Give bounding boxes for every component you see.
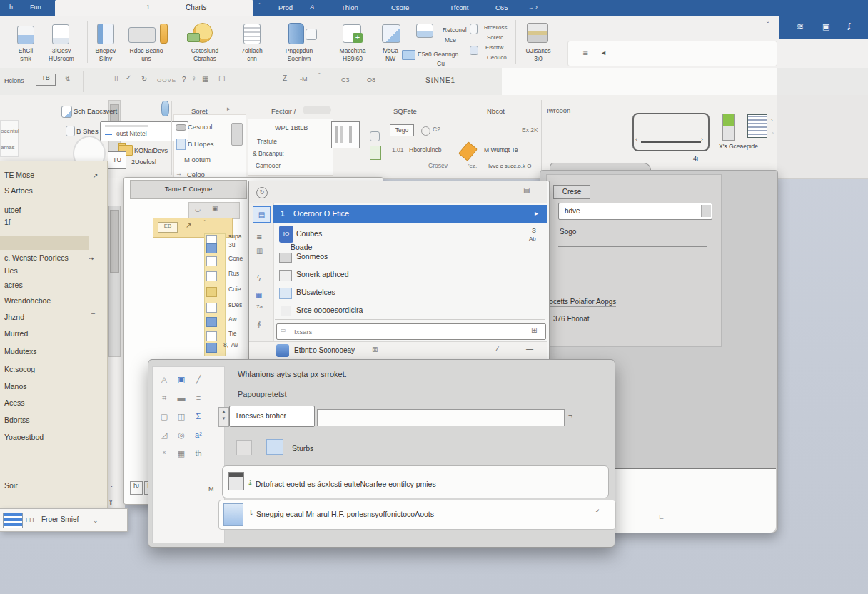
- g3-item[interactable]: Tristute: [257, 138, 277, 145]
- dialog-input-wide[interactable]: [317, 409, 565, 426]
- menu-grid-icon[interactable]: ▤: [523, 186, 530, 194]
- active-document-tab[interactable]: 1 Charts: [55, 0, 253, 16]
- dialog-input-box[interactable]: [229, 406, 315, 427]
- dash-icon[interactable]: —: [526, 345, 533, 353]
- ribbon-group[interactable]: Bnepev Silnv: [89, 21, 123, 66]
- side-icon[interactable]: ϟ: [257, 274, 261, 282]
- ribbon-stack-group[interactable]: Retconel Mce E5a0 Geanngn Cu: [397, 21, 468, 66]
- share-icon[interactable]: ʄ: [848, 21, 850, 30]
- c3-button[interactable]: C3: [341, 76, 350, 84]
- menu-row[interactable]: Srce ooooesordicira: [296, 306, 363, 314]
- side-icon[interactable]: ▦: [256, 291, 262, 299]
- footer-button[interactable]: Froer Smief: [41, 515, 79, 523]
- side-button[interactable]: ƕ: [130, 481, 143, 495]
- scrollbar-thumb[interactable]: [110, 210, 119, 273]
- ribbon-group[interactable]: EhCii smk: [7, 21, 44, 66]
- yellow-menu-item[interactable]: 8, 7w: [223, 341, 238, 348]
- g4-tego-button[interactable]: Tego: [390, 124, 414, 136]
- tool-icon[interactable]: Σ: [190, 407, 207, 426]
- o8-button[interactable]: O8: [367, 76, 375, 84]
- result-row[interactable]: ⇂ Snegpig ecaul Mr arul H.F. porlesnsyof…: [218, 500, 616, 530]
- g1-input-box[interactable]: [100, 121, 188, 141]
- sheet-tab[interactable]: Tame Γ Coayne: [130, 180, 247, 199]
- g5-ex[interactable]: Ex 2K: [522, 126, 538, 134]
- yellow-menu-item[interactable]: Rus: [228, 270, 239, 277]
- caret-down-icon[interactable]: ⌄: [93, 517, 99, 524]
- side-icon[interactable]: ∮: [257, 321, 261, 328]
- yellow-menu-item[interactable]: Tie: [228, 330, 237, 337]
- context-menu-item[interactable]: c. Wcnste Pooriecs: [4, 253, 69, 264]
- tool-icon[interactable]: ˣ: [156, 444, 173, 463]
- ribbon-group[interactable]: Cotoslund Cbrahas: [180, 21, 230, 66]
- panel-input[interactable]: [563, 206, 695, 216]
- context-menu-item[interactable]: S Artoes: [4, 186, 33, 197]
- tool-icon[interactable]: ▣: [173, 370, 190, 388]
- menu-item[interactable]: Tfcont: [450, 4, 468, 11]
- g4-hbo[interactable]: Hborolulncb: [409, 146, 441, 153]
- menu-item[interactable]: C65: [495, 4, 508, 11]
- tool-icon[interactable]: ▬: [173, 388, 190, 407]
- menu-icon[interactable]: [206, 317, 217, 327]
- side-icon[interactable]: ≣: [256, 233, 262, 241]
- tool-icon[interactable]: ◎: [173, 426, 190, 444]
- context-menu-item[interactable]: Hes: [4, 266, 18, 277]
- context-menu-item[interactable]: Bdortss: [4, 416, 30, 426]
- tool-icon[interactable]: ◬: [156, 370, 173, 388]
- menu-icon[interactable]: [206, 343, 217, 353]
- mini-icon[interactable]: ◡: [195, 206, 201, 213]
- back-arrow-icon[interactable]: ◄: [600, 49, 607, 56]
- dialog-input[interactable]: [233, 411, 312, 421]
- menu-icon[interactable]: [206, 243, 217, 253]
- context-menu-item[interactable]: Kc:socog: [4, 365, 35, 376]
- anchor-icon[interactable]: -M: [300, 76, 308, 83]
- g1-zu-label[interactable]: 2Uoelosl: [131, 158, 156, 166]
- grid-icon[interactable]: ▣: [822, 22, 829, 31]
- context-menu-highlight[interactable]: [0, 236, 89, 250]
- g5-ivvc[interactable]: Ivvc c succ.o.k O: [488, 163, 531, 169]
- expand-icon[interactable]: ⊞: [531, 326, 537, 334]
- tool-icon[interactable]: ▦: [173, 444, 190, 463]
- yellow-menu-item[interactable]: 3u: [228, 241, 235, 248]
- ribbon-group[interactable]: 7oitiach cnn: [236, 21, 268, 66]
- yellow-menu-item[interactable]: supa: [228, 233, 241, 240]
- context-menu-item[interactable]: Acess: [4, 398, 25, 409]
- crese-label[interactable]: Crese: [553, 185, 590, 199]
- search-box[interactable]: ▭ ⊞: [276, 323, 546, 340]
- menu-row[interactable]: BUswtelces: [296, 288, 335, 296]
- yellow-menu-item[interactable]: Coie: [228, 286, 241, 293]
- footer-label[interactable]: Etbnt:o Soonooeay: [294, 346, 355, 354]
- refresh-icon[interactable]: ↻: [256, 187, 268, 198]
- check-icon[interactable]: ✓: [126, 74, 131, 81]
- panel-input-box[interactable]: [558, 203, 712, 220]
- tool-icon[interactable]: a²: [190, 426, 207, 444]
- slash-icon[interactable]: ∕: [497, 345, 498, 353]
- tool-icon[interactable]: ◿: [156, 426, 173, 444]
- context-menu-item[interactable]: acres: [4, 281, 23, 291]
- ribbon-group[interactable]: UJIsancs 3i0: [518, 21, 558, 66]
- menu-icon[interactable]: [206, 303, 217, 313]
- list-icon[interactable]: ≣: [582, 49, 588, 56]
- bolt-icon[interactable]: ↯: [64, 74, 71, 84]
- menu-icon[interactable]: [206, 287, 217, 297]
- tu-icon[interactable]: TU: [108, 151, 126, 169]
- caret-icon[interactable]: ˆ: [318, 71, 321, 78]
- app-footer-icon[interactable]: [276, 344, 289, 357]
- context-menu-item[interactable]: Mudutexs: [4, 347, 37, 358]
- stepper-control[interactable]: ▲▼: [218, 407, 229, 427]
- box-icon[interactable]: ▢: [218, 74, 225, 82]
- tool-icon[interactable]: ▢: [156, 407, 173, 426]
- side-icon[interactable]: 7a: [256, 303, 263, 310]
- sturbs-label[interactable]: Sturbs: [292, 444, 313, 453]
- tool-icon[interactable]: ◫: [173, 407, 190, 426]
- menu-icon[interactable]: [206, 256, 217, 266]
- search-input[interactable]: [293, 327, 510, 336]
- context-menu-item[interactable]: 1f: [4, 218, 11, 228]
- context-menu-item[interactable]: Yoaoestbod: [4, 433, 44, 443]
- mini-icon[interactable]: ▣: [212, 205, 218, 212]
- context-menu-item[interactable]: utoef: [4, 206, 21, 216]
- menu-item[interactable]: Csore: [391, 4, 409, 11]
- menu-row[interactable]: Boade: [291, 243, 312, 251]
- input-cap[interactable]: [701, 205, 711, 217]
- selected-app-icon[interactable]: ▤: [253, 206, 271, 223]
- table-icon[interactable]: [3, 513, 23, 528]
